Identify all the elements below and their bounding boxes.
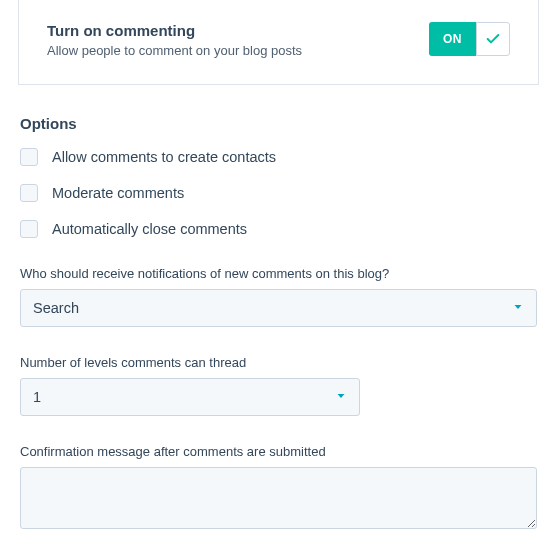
option-label: Moderate comments: [52, 185, 184, 201]
toggle-on-label: ON: [429, 22, 476, 56]
notifications-label: Who should receive notifications of new …: [20, 266, 537, 281]
notifications-placeholder: Search: [33, 300, 79, 316]
threading-select[interactable]: 1: [20, 378, 360, 416]
option-row: Automatically close comments: [20, 220, 537, 238]
options-heading: Options: [20, 115, 537, 132]
option-row: Allow comments to create contacts: [20, 148, 537, 166]
confirmation-label: Confirmation message after comments are …: [20, 444, 537, 459]
check-icon: [476, 22, 510, 56]
checkbox-auto-close[interactable]: [20, 220, 38, 238]
confirmation-field: Confirmation message after comments are …: [20, 444, 537, 533]
chevron-down-icon: [512, 300, 524, 316]
commenting-toggle[interactable]: ON: [429, 22, 510, 56]
checkbox-allow-contacts[interactable]: [20, 148, 38, 166]
commenting-title: Turn on commenting: [47, 22, 302, 39]
checkbox-moderate[interactable]: [20, 184, 38, 202]
notifications-select[interactable]: Search: [20, 289, 537, 327]
chevron-down-icon: [335, 389, 347, 405]
commenting-subtitle: Allow people to comment on your blog pos…: [47, 43, 302, 58]
option-label: Allow comments to create contacts: [52, 149, 276, 165]
option-row: Moderate comments: [20, 184, 537, 202]
commenting-panel: Turn on commenting Allow people to comme…: [18, 0, 539, 85]
option-label: Automatically close comments: [52, 221, 247, 237]
threading-field: Number of levels comments can thread 1: [20, 355, 537, 416]
options-section: Options Allow comments to create contact…: [0, 115, 557, 533]
notifications-field: Who should receive notifications of new …: [20, 266, 537, 327]
threading-value: 1: [33, 389, 41, 405]
confirmation-textarea[interactable]: [20, 467, 537, 529]
threading-label: Number of levels comments can thread: [20, 355, 537, 370]
